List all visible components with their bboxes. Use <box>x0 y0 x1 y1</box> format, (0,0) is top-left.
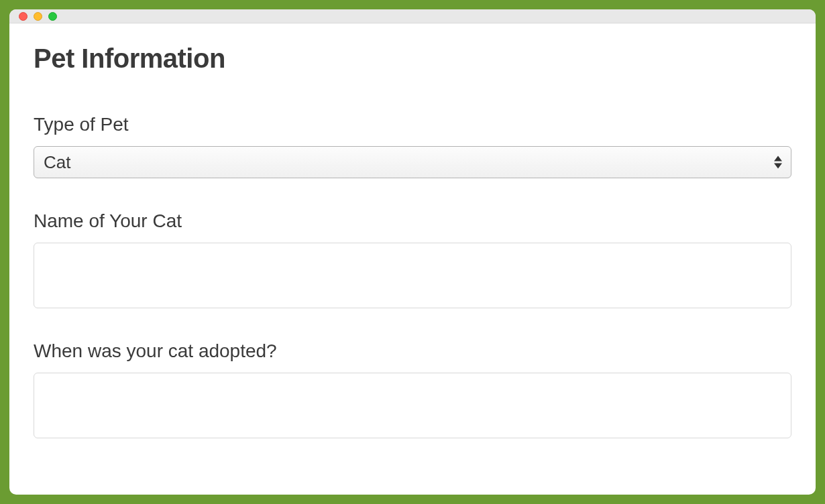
adopted-input[interactable] <box>34 373 791 438</box>
app-window: Pet Information Type of Pet Cat Name of … <box>9 9 816 495</box>
close-icon[interactable] <box>19 12 28 21</box>
page-title: Pet Information <box>34 44 791 74</box>
field-adopted: When was your cat adopted? <box>34 340 791 438</box>
pet-name-input[interactable] <box>34 243 791 308</box>
window-titlebar <box>9 9 816 23</box>
minimize-icon[interactable] <box>34 12 42 21</box>
pet-name-label: Name of Your Cat <box>34 210 791 232</box>
type-of-pet-label: Type of Pet <box>34 114 791 135</box>
adopted-label: When was your cat adopted? <box>34 340 791 362</box>
field-type-of-pet: Type of Pet Cat <box>34 114 791 178</box>
form-content: Pet Information Type of Pet Cat Name of … <box>9 23 816 495</box>
field-pet-name: Name of Your Cat <box>34 210 791 308</box>
type-of-pet-select[interactable]: Cat <box>34 146 791 178</box>
maximize-icon[interactable] <box>48 12 57 21</box>
type-of-pet-select-wrapper: Cat <box>34 146 791 178</box>
